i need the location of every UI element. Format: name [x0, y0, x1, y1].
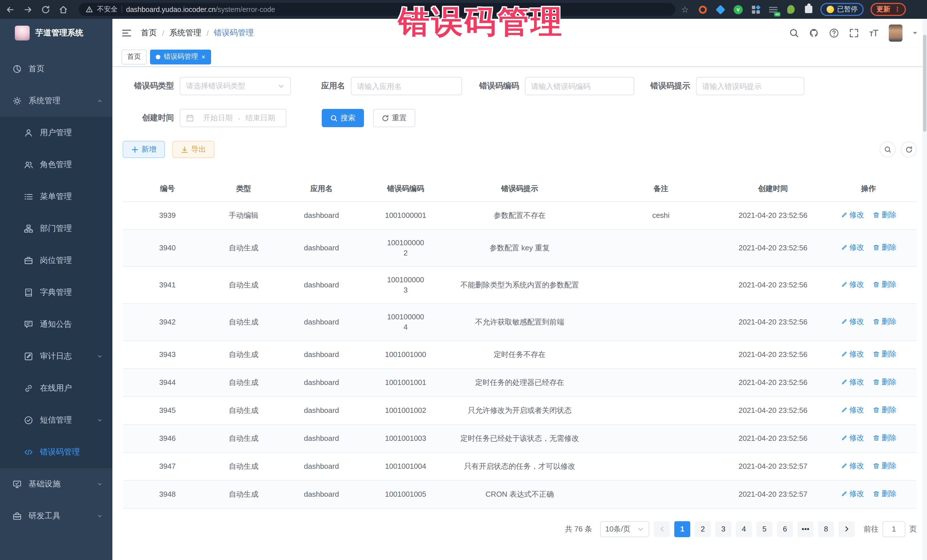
table-row[interactable]: 3941 自动生成 dashboard 1001000003 不能删除类型为系统… [123, 266, 917, 304]
page-button-1[interactable]: 1 [674, 521, 690, 537]
sidebar-item-12[interactable]: 错误码管理 [0, 436, 112, 468]
more-pages-button[interactable]: ••• [798, 521, 813, 537]
breadcrumb-current[interactable]: 错误码管理 [214, 28, 254, 38]
edit-link[interactable]: 修改 [840, 405, 864, 415]
error-code-input[interactable] [531, 82, 628, 90]
help-icon[interactable] [829, 28, 839, 38]
edit-link[interactable]: 修改 [840, 242, 864, 252]
delete-link[interactable]: 删除 [873, 279, 897, 290]
table-row[interactable]: 3939 手动编辑 dashboard 1001000001 参数配置不存在 c… [123, 201, 917, 229]
sidebar-item-5[interactable]: 部门管理 [0, 213, 112, 244]
extension-ring-icon[interactable] [698, 5, 708, 14]
edit-link[interactable]: 修改 [840, 460, 864, 471]
sidebar-item-8[interactable]: 通知公告 [0, 308, 112, 340]
date-start-placeholder[interactable]: 开始日期 [198, 113, 238, 123]
add-button[interactable]: 新增 [123, 141, 165, 158]
hamburger-icon[interactable] [122, 29, 132, 38]
avatar-caret-icon[interactable] [912, 30, 918, 36]
breadcrumb-system[interactable]: 系统管理 [169, 28, 201, 38]
tab-close-icon[interactable]: × [201, 53, 205, 60]
reset-button[interactable]: 重置 [373, 109, 415, 127]
delete-link[interactable]: 删除 [873, 433, 897, 443]
sidebar-item-6[interactable]: 岗位管理 [0, 244, 112, 276]
bookmark-star-icon[interactable]: ☆ [681, 5, 689, 14]
table-row[interactable]: 3945 自动生成 dashboard 1001001002 只允许修改为开启或… [123, 396, 917, 424]
search-button[interactable]: 搜索 [322, 109, 364, 127]
delete-link[interactable]: 删除 [873, 242, 897, 252]
page-button-5[interactable]: 5 [757, 521, 772, 537]
refresh-table-button[interactable] [901, 141, 917, 157]
edit-link[interactable]: 修改 [840, 349, 864, 359]
scrollbar-thumb[interactable] [923, 35, 926, 132]
edit-link[interactable]: 修改 [840, 316, 864, 326]
table-row[interactable]: 3944 自动生成 dashboard 1001001001 定时任务的处理器已… [123, 369, 917, 396]
sidebar-item-0[interactable]: 首页 [0, 53, 112, 85]
error-msg-input[interactable] [702, 82, 798, 90]
goto-page-input[interactable] [883, 521, 905, 537]
page-size-select[interactable]: 10条/页 [600, 521, 649, 537]
next-page-button[interactable] [839, 521, 854, 537]
page-button-2[interactable]: 2 [695, 521, 711, 537]
extension-tampermonkey-icon[interactable]: on [769, 5, 778, 14]
sidebar-item-7[interactable]: 字典管理 [0, 276, 112, 308]
breadcrumb-home[interactable]: 首页 [141, 28, 157, 38]
browser-menu-icon[interactable]: ⋮ [894, 6, 900, 13]
sidebar-item-13[interactable]: 基础设施 [0, 468, 112, 500]
search-icon[interactable] [789, 28, 799, 38]
delete-link[interactable]: 删除 [873, 209, 897, 220]
browser-reload-icon[interactable] [41, 5, 50, 14]
page-button-4[interactable]: 4 [736, 521, 752, 537]
font-size-icon[interactable] [869, 28, 879, 38]
table-row[interactable]: 3946 自动生成 dashboard 1001001003 定时任务已经处于该… [123, 424, 917, 452]
delete-link[interactable]: 删除 [873, 316, 897, 326]
browser-profile-button[interactable]: 已暂停 [821, 3, 864, 16]
sidebar-item-3[interactable]: 角色管理 [0, 149, 112, 181]
fullscreen-icon[interactable] [849, 28, 859, 38]
date-end-placeholder[interactable]: 结束日期 [240, 113, 280, 123]
toggle-search-button[interactable] [880, 141, 896, 157]
table-row[interactable]: 3948 自动生成 dashboard 1001001005 CRON 表达式不… [123, 480, 917, 508]
tab-home[interactable]: 首页 [122, 49, 147, 64]
page-scrollbar[interactable] [922, 19, 927, 560]
extension-leaf-icon[interactable] [786, 5, 796, 14]
tab-error-code[interactable]: 错误码管理 × [150, 49, 211, 64]
error-type-select[interactable]: 请选择错误码类型 [180, 77, 291, 95]
sidebar-item-9[interactable]: 审计日志 [0, 340, 112, 372]
table-row[interactable]: 3947 自动生成 dashboard 1001001004 只有开启状态的任务… [123, 452, 917, 480]
browser-update-button[interactable]: 更新 ⋮ [871, 3, 906, 16]
not-secure-label[interactable]: 不安全 [97, 5, 117, 14]
page-button-3[interactable]: 3 [715, 521, 731, 537]
date-range-picker[interactable]: 开始日期 - 结束日期 [180, 109, 286, 127]
table-row[interactable]: 3943 自动生成 dashboard 1001001000 定时任务不存在 2… [123, 340, 917, 369]
table-row[interactable]: 3940 自动生成 dashboard 1001000002 参数配置 key … [123, 229, 917, 266]
github-icon[interactable] [809, 28, 819, 38]
edit-link[interactable]: 修改 [840, 209, 864, 220]
sidebar-item-11[interactable]: 短信管理 [0, 404, 112, 436]
sidebar-item-4[interactable]: 菜单管理 [0, 181, 112, 213]
edit-link[interactable]: 修改 [840, 377, 864, 387]
delete-link[interactable]: 删除 [873, 405, 897, 415]
delete-link[interactable]: 删除 [873, 460, 897, 471]
sidebar-item-1[interactable]: 系统管理 [0, 85, 112, 117]
page-button-8[interactable]: 8 [818, 521, 834, 537]
not-secure-icon[interactable] [85, 6, 93, 13]
sidebar-item-14[interactable]: 研发工具 [0, 500, 112, 532]
prev-page-button[interactable] [654, 521, 670, 537]
browser-forward-icon[interactable] [23, 5, 32, 14]
edit-link[interactable]: 修改 [840, 433, 864, 443]
sidebar-item-10[interactable]: 在线用户 [0, 372, 112, 404]
delete-link[interactable]: 删除 [873, 377, 897, 387]
browser-back-icon[interactable] [6, 5, 15, 14]
app-name-input[interactable] [357, 82, 456, 90]
delete-link[interactable]: 删除 [873, 349, 897, 359]
app-logo[interactable]: 芋道管理系统 [0, 19, 112, 47]
delete-link[interactable]: 删除 [873, 489, 897, 499]
extension-grid-icon[interactable] [751, 5, 761, 14]
export-button[interactable]: 导出 [172, 141, 214, 158]
address-bar[interactable]: 不安全 dashboard.yudao.iocoder.cn/system/er… [79, 3, 675, 16]
sidebar-item-2[interactable]: 用户管理 [0, 117, 112, 149]
extensions-puzzle-icon[interactable] [804, 5, 814, 14]
page-button-6[interactable]: 6 [777, 521, 793, 537]
edit-link[interactable]: 修改 [840, 279, 864, 290]
extension-green-check-icon[interactable]: v [733, 5, 743, 14]
